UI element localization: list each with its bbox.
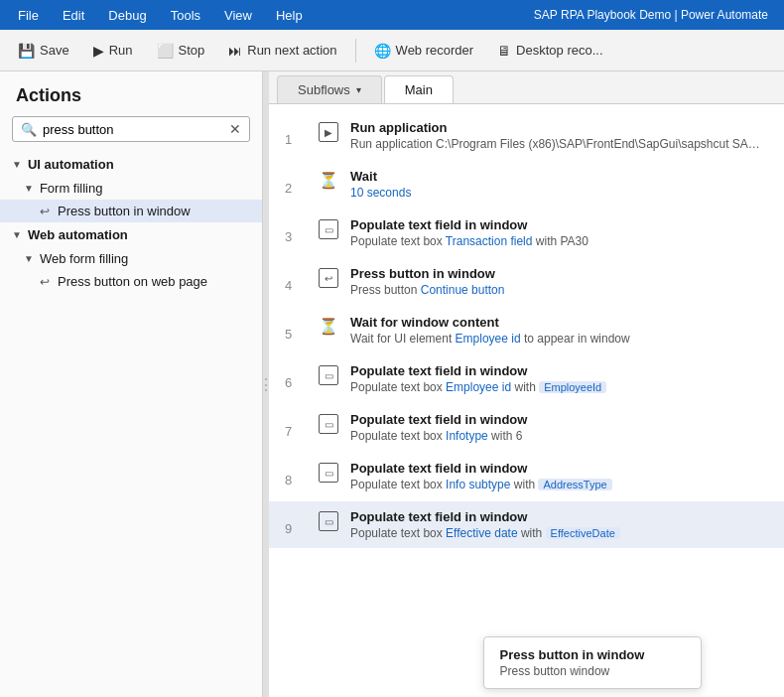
step-9-number: 9 (285, 501, 315, 548)
step-3-icon: ▭ (315, 209, 342, 256)
step-7-link: Infotype (446, 429, 488, 443)
step-3-title: Populate text field in window (350, 217, 760, 232)
stop-button[interactable]: ⬜ Stop (147, 38, 215, 64)
step-3-link: Transaction field (446, 234, 533, 248)
step-9-title: Populate text field in window (350, 509, 760, 524)
actions-tree: ▼ UI automation ▼ Form filling ↩ Press b… (0, 152, 262, 697)
wait-icon: ⏳ (319, 171, 338, 190)
press-button-on-web-item[interactable]: ↩ Press button on web page (0, 270, 262, 293)
flow-step-7: 7 ▭ Populate text field in window Popula… (269, 404, 784, 451)
press-button-in-window-label: Press button in window (58, 204, 191, 218)
floating-card: Press button in window Press button wind… (483, 636, 702, 689)
web-recorder-icon: 🌐 (374, 43, 391, 59)
run-next-icon: ⏭ (228, 43, 242, 59)
web-automation-header[interactable]: ▼ Web automation (0, 222, 262, 247)
ui-automation-header[interactable]: ▼ UI automation (0, 152, 262, 177)
step-8-number: 8 (285, 453, 315, 499)
step-8-desc: Populate text box Info subtype with Addr… (350, 478, 760, 491)
step-1-title: Run application (350, 120, 760, 135)
stop-icon: ⬜ (157, 43, 174, 59)
step-8-badge: AddressType (538, 479, 611, 490)
flow-step-5: 5 ⏳ Wait for window content Wait for UI … (269, 307, 784, 353)
form-filling-header[interactable]: ▼ Form filling (0, 177, 262, 200)
step-1-content: Run application Run application C:\Progr… (342, 112, 768, 159)
save-icon: 💾 (18, 43, 35, 59)
step-4-content: Press button in window Press button Cont… (342, 258, 768, 305)
tab-subflows-label: Subflows (298, 82, 350, 97)
desktop-recorder-icon: 🖥 (497, 43, 511, 59)
menu-edit[interactable]: Edit (53, 4, 94, 27)
stop-label: Stop (179, 43, 205, 58)
save-label: Save (40, 43, 69, 58)
step-6-icon: ▭ (315, 355, 342, 402)
desktop-recorder-button[interactable]: 🖥 Desktop reco... (487, 38, 612, 64)
step-1-icon: ▶ (315, 112, 342, 159)
step-6-content: Populate text field in window Populate t… (342, 355, 768, 402)
sidebar-title: Actions (0, 71, 262, 116)
tab-main[interactable]: Main (384, 75, 454, 103)
form-filling-label: Form filling (40, 181, 103, 196)
populate-icon-3: ▭ (319, 219, 338, 239)
tree-section-ui-automation: ▼ UI automation ▼ Form filling ↩ Press b… (0, 152, 262, 222)
flow-area: 1 ▶ Run application Run application C:\P… (269, 104, 784, 697)
menu-tools[interactable]: Tools (161, 4, 210, 27)
menu-help[interactable]: Help (266, 4, 313, 27)
web-automation-chevron: ▼ (12, 229, 22, 240)
step-4-title: Press button in window (350, 266, 760, 281)
run-next-label: Run next action (247, 43, 336, 58)
step-9-link: Effective date (446, 526, 518, 540)
flow-step-1: 1 ▶ Run application Run application C:\P… (269, 112, 784, 159)
populate-icon-7: ▭ (319, 414, 338, 434)
web-form-filling-chevron: ▼ (24, 253, 34, 264)
step-4-link: Continue button (421, 283, 505, 297)
step-8-content: Populate text field in window Populate t… (342, 453, 768, 499)
search-icon: 🔍 (21, 122, 37, 137)
search-box: 🔍 ✕ (12, 116, 250, 142)
step-6-badge: EmployeeId (539, 381, 606, 393)
tabs-bar: Subflows ▾ Main (269, 71, 784, 104)
step-8-title: Populate text field in window (350, 461, 760, 476)
web-recorder-label: Web recorder (396, 43, 474, 58)
toolbar: 💾 Save ▶ Run ⬜ Stop ⏭ Run next action 🌐 … (0, 30, 784, 71)
clear-icon[interactable]: ✕ (229, 121, 241, 137)
tab-subflows[interactable]: Subflows ▾ (277, 75, 382, 103)
press-button-on-web-label: Press button on web page (58, 274, 207, 289)
step-5-desc: Wait for UI element Employee id to appea… (350, 332, 760, 346)
menu-debug[interactable]: Debug (98, 4, 156, 27)
press-button-in-window-icon: ↩ (40, 205, 50, 218)
flow-step-8: 8 ▭ Populate text field in window Popula… (269, 453, 784, 499)
web-automation-label: Web automation (28, 227, 128, 242)
step-9-icon: ▭ (315, 501, 342, 548)
ui-automation-label: UI automation (28, 157, 114, 172)
step-2-desc-link: 10 seconds (350, 186, 411, 200)
flow-step-6: 6 ▭ Populate text field in window Popula… (269, 355, 784, 402)
step-5-link: Employee id (456, 332, 521, 346)
save-button[interactable]: 💾 Save (8, 38, 79, 64)
search-input[interactable] (43, 122, 223, 137)
press-button-in-window-item[interactable]: ↩ Press button in window (0, 200, 262, 222)
step-8-icon: ▭ (315, 453, 342, 499)
run-button[interactable]: ▶ Run (83, 38, 143, 64)
web-form-filling-header[interactable]: ▼ Web form filling (0, 247, 262, 270)
step-2-title: Wait (350, 169, 760, 184)
step-6-title: Populate text field in window (350, 363, 760, 378)
step-4-number: 4 (285, 258, 315, 305)
step-9-content: Populate text field in window Populate t… (342, 501, 768, 548)
web-recorder-button[interactable]: 🌐 Web recorder (364, 38, 484, 64)
content-area: Subflows ▾ Main 1 ▶ Run application Run … (269, 71, 784, 697)
menu-file[interactable]: File (8, 4, 49, 27)
step-4-desc: Press button Continue button (350, 283, 760, 297)
press-button-on-web-icon: ↩ (40, 275, 50, 289)
run-next-button[interactable]: ⏭ Run next action (218, 38, 346, 64)
step-6-desc: Populate text box Employee id with Emplo… (350, 380, 760, 394)
floating-card-title: Press button in window (500, 647, 685, 662)
menu-view[interactable]: View (214, 4, 262, 27)
step-3-desc: Populate text box Transaction field with… (350, 234, 760, 248)
tab-subflows-chevron: ▾ (356, 84, 361, 95)
toolbar-sep (355, 39, 356, 63)
populate-icon-6: ▭ (319, 365, 338, 385)
step-4-icon: ↩ (315, 258, 342, 305)
menu-items: File Edit Debug Tools View Help (8, 4, 313, 27)
app-title: SAP RPA Playbook Demo | Power Automate (534, 8, 776, 22)
desktop-recorder-label: Desktop reco... (516, 43, 602, 58)
